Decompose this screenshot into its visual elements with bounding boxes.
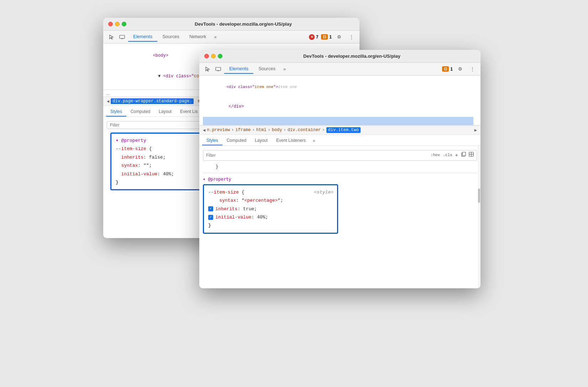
back-tab-sources[interactable]: Sources [157, 32, 184, 42]
front-breadcrumb-right-arrow[interactable]: ▶ [474, 128, 477, 133]
front-minimize-button[interactable] [211, 54, 216, 58]
front-styles-panel: :hov .cls + [199, 146, 481, 288]
svg-rect-8 [462, 152, 466, 156]
back-minimize-button[interactable] [115, 22, 120, 26]
front-tab-sources[interactable]: Sources [253, 64, 280, 74]
front-html-panel: <div class="item one">Item one </div> <d… [199, 76, 481, 125]
front-filter-input[interactable] [206, 153, 431, 158]
front-breadcrumb-html[interactable]: html [256, 128, 267, 133]
front-breadcrumb-iframe[interactable]: iframe [235, 128, 251, 133]
front-panel-tabs: Styles Computed Layout Event Listeners » [199, 135, 481, 146]
front-breadcrumb-container[interactable]: div.container [288, 128, 321, 133]
back-settings-icon[interactable]: ⚙ [335, 32, 344, 42]
back-tab-elements[interactable]: Elements [128, 32, 157, 42]
back-traffic-lights [108, 22, 126, 26]
back-warn-badge: ⊡ 1 [321, 34, 332, 40]
front-filter-layout-icon[interactable] [469, 152, 474, 159]
back-maximize-button[interactable] [122, 22, 126, 26]
front-closing-brace: } [203, 163, 477, 173]
svg-rect-4 [216, 67, 221, 71]
front-css-prop1-line: --item-size { <style> [208, 188, 333, 196]
front-at-property-label: ▾ @property [203, 176, 477, 183]
svg-rect-0 [120, 35, 125, 38]
back-close-button[interactable] [108, 22, 113, 26]
front-panel-tab-eventlisteners[interactable]: Event Listeners [272, 136, 310, 145]
front-breadcrumb: ◀ n.preview › iframe › html › body › div… [199, 125, 481, 135]
front-filter-plus[interactable]: + [455, 151, 458, 159]
front-toolbar-right: ⊡ 1 ⚙ ⋮ [442, 64, 477, 74]
front-panel-tab-styles[interactable]: Styles [202, 136, 222, 145]
front-breadcrumb-item-two[interactable]: div.item.two [326, 127, 361, 133]
front-devtools-body: <div class="item one">Item one </div> <d… [199, 76, 481, 288]
back-error-badge: ✕ 7 [309, 34, 319, 40]
back-breadcrumb-item-1[interactable]: div.page-wrapper.standard-page. [111, 98, 194, 104]
back-panel-tab-layout[interactable]: Layout [154, 107, 176, 117]
back-warn-count: 1 [329, 35, 332, 40]
front-html-line-2: </div> [203, 97, 473, 117]
back-panel-tab-computed[interactable]: Computed [126, 107, 154, 117]
front-tab-more[interactable]: » [280, 64, 289, 73]
front-scrollbar-thumb[interactable] [478, 189, 480, 203]
back-tab-more[interactable]: » [211, 32, 220, 41]
back-tab-network[interactable]: Network [184, 32, 211, 42]
front-window-title: DevTools - developer.mozilla.org/en-US/p… [228, 53, 476, 59]
front-breadcrumb-body[interactable]: body [272, 128, 282, 133]
back-toolbar-right: ✕ 7 ⊡ 1 ⚙ ⋮ [309, 32, 356, 42]
front-cursor-icon[interactable] [203, 64, 212, 74]
back-breadcrumb-left-arrow[interactable]: ◀ [107, 99, 109, 104]
front-panel-tab-more[interactable]: » [310, 136, 318, 145]
back-panel-tab-eventlis[interactable]: Event Lis [176, 107, 202, 117]
front-highlight-box: --item-size { <style> syntax: "<percenta… [203, 184, 338, 234]
front-warn-badge: ⊡ 1 [442, 66, 453, 72]
front-html-line-3[interactable]: <div class="item two">Item two [203, 117, 473, 125]
back-error-count: 7 [316, 35, 319, 40]
front-devtools-window: DevTools - developer.mozilla.org/en-US/p… [199, 50, 481, 288]
back-tab-bar: Elements Sources Network » [128, 32, 308, 42]
back-panel-tab-styles[interactable]: Styles [106, 107, 126, 117]
back-error-icon: ✕ [309, 34, 315, 40]
front-scrollbar[interactable] [478, 146, 481, 288]
front-filter-copy-icon[interactable] [461, 152, 466, 159]
front-warn-icon: ⊡ [442, 66, 449, 72]
back-toolbar: Elements Sources Network » ✕ 7 ⊡ 1 ⚙ ⋮ [103, 31, 359, 43]
front-toolbar: Elements Sources » ⊡ 1 ⚙ ⋮ [199, 63, 481, 76]
front-close-button[interactable] [204, 54, 209, 58]
front-panel-tab-layout[interactable]: Layout [251, 136, 272, 145]
front-filter-cls[interactable]: .cls [443, 152, 452, 159]
front-breadcrumb-left-arrow[interactable]: ◀ [203, 128, 205, 133]
front-css-close-brace: } [208, 221, 333, 229]
front-warn-count: 1 [450, 67, 453, 72]
front-html-line-1: <div class="item one">Item one [203, 78, 473, 97]
back-more-icon[interactable]: ⋮ [347, 32, 356, 42]
back-cursor-icon[interactable] [107, 32, 116, 42]
front-breadcrumb-preview[interactable]: n.preview [207, 128, 230, 133]
front-titlebar: DevTools - developer.mozilla.org/en-US/p… [199, 50, 481, 63]
front-screen-icon[interactable] [214, 64, 223, 74]
front-maximize-button[interactable] [218, 54, 222, 58]
back-screen-icon[interactable] [117, 32, 127, 42]
front-panel-tab-computed[interactable]: Computed [222, 136, 251, 145]
front-tab-elements[interactable]: Elements [224, 64, 253, 74]
front-inherits-checkbox[interactable] [208, 206, 213, 211]
front-more-icon[interactable]: ⋮ [468, 64, 477, 74]
front-css-inherits: inherits: true; [208, 205, 333, 213]
back-warn-icon: ⊡ [321, 34, 328, 40]
front-traffic-lights [204, 54, 222, 58]
front-settings-icon[interactable]: ⚙ [456, 64, 465, 74]
front-css-syntax: syntax: "<percentage>"; [208, 196, 333, 205]
front-initial-value-checkbox[interactable] [208, 215, 213, 220]
front-tab-bar: Elements Sources » [224, 64, 441, 74]
front-filter-hov[interactable]: :hov [431, 152, 440, 159]
front-css-initial-value: initial-value: 40%; [208, 213, 333, 221]
front-filter-buttons: :hov .cls + [431, 151, 474, 159]
back-titlebar: DevTools - developer.mozilla.org/en-US/p… [103, 18, 359, 31]
front-filter-bar: :hov .cls + [203, 150, 477, 161]
back-window-title: DevTools - developer.mozilla.org/en-US/p… [132, 21, 355, 27]
